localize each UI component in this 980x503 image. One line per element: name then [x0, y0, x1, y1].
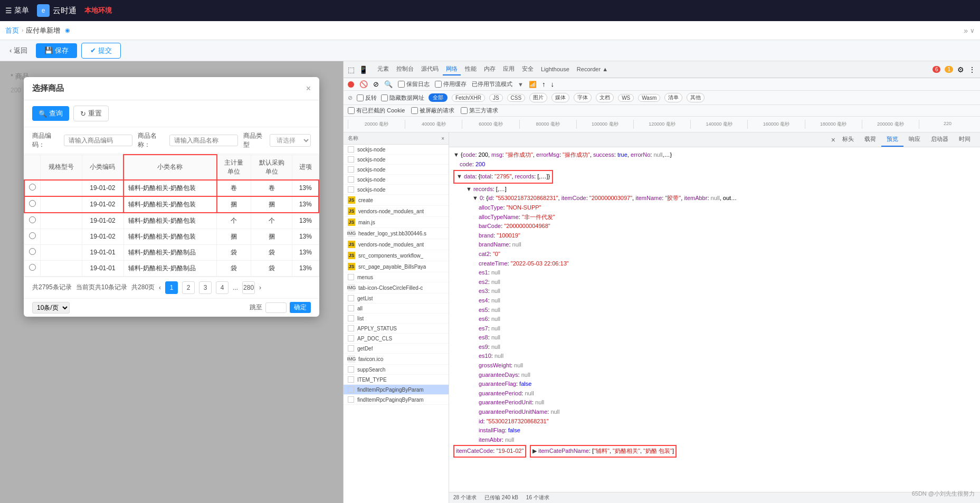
tab-sources[interactable]: 源代码 [418, 63, 442, 75]
tab-payload[interactable]: 载荷 [859, 132, 881, 147]
cell-radio[interactable] [24, 244, 41, 260]
stop-recording-btn[interactable] [348, 81, 354, 88]
list-item[interactable]: getList [344, 293, 449, 303]
list-item[interactable]: sockjs-node [344, 155, 449, 165]
list-item[interactable]: list [344, 314, 449, 324]
tab-application[interactable]: 应用 [500, 63, 518, 75]
blocked-cookie-checkbox[interactable] [348, 107, 355, 114]
list-item[interactable]: IMG favicon.ico [344, 354, 449, 365]
next-page-btn[interactable]: › [259, 284, 261, 291]
tab-network[interactable]: 网络 [443, 63, 461, 75]
device-icon[interactable]: 📱 [359, 65, 368, 74]
home-link[interactable]: 首页 [5, 26, 19, 35]
goto-confirm-btn[interactable]: 确定 [290, 302, 311, 313]
goto-input[interactable] [265, 302, 287, 313]
list-item[interactable]: JS create [344, 195, 449, 206]
table-row[interactable]: 19-01-02 辅料-奶酪相关-奶酪包装 捆 捆 13% [24, 196, 319, 213]
item-checkbox[interactable] [348, 345, 354, 352]
preserve-log-checkbox[interactable] [398, 81, 405, 88]
page-2-btn[interactable]: 2 [182, 281, 195, 294]
page-1-btn[interactable]: 1 [165, 281, 178, 294]
ws-btn[interactable]: WS [618, 94, 634, 102]
modal-close-button[interactable]: × [306, 84, 311, 93]
list-item[interactable]: APPLY_STATUS [344, 324, 449, 334]
list-item[interactable]: JS src_components_workflow_ [344, 250, 449, 261]
product-name-input[interactable] [169, 135, 238, 146]
save-button[interactable]: 💾 保存 [36, 43, 77, 58]
item-checkbox[interactable] [348, 386, 354, 393]
item-checkbox[interactable] [348, 335, 354, 341]
tab-timing[interactable]: 时间 [954, 132, 976, 147]
filter-icon[interactable]: ⊘ [373, 80, 379, 88]
img-btn[interactable]: 图片 [529, 93, 547, 102]
tab-lighthouse[interactable]: Lighthouse [538, 64, 573, 75]
tab-headers[interactable]: 标头 [837, 132, 859, 147]
expand-pathname[interactable]: ▶ [532, 448, 537, 454]
tab-memory[interactable]: 内存 [481, 63, 499, 75]
third-party-checkbox[interactable] [461, 107, 468, 114]
settings-icon[interactable]: ⚙ [957, 65, 964, 74]
list-item[interactable]: getDef [344, 344, 449, 354]
tab-initiator[interactable]: 启动器 [926, 132, 954, 147]
list-item[interactable]: JS src_page_payable_BillsPaya [344, 261, 449, 272]
list-item[interactable]: suppSearch [344, 365, 449, 375]
css-btn[interactable]: CSS [507, 94, 526, 102]
tab-preview[interactable]: 预览 [881, 132, 903, 147]
list-item[interactable]: all [344, 303, 449, 314]
product-type-select[interactable]: 请选择 [270, 134, 311, 147]
cell-radio[interactable] [24, 196, 41, 213]
tab-recorder[interactable]: Recorder ▲ [574, 64, 611, 75]
cell-radio[interactable] [24, 260, 41, 276]
media-btn[interactable]: 媒体 [551, 93, 569, 102]
list-item[interactable]: findItemRpcPaginqByParam [344, 395, 449, 405]
list-item[interactable]: AP_DOC_CLS [344, 334, 449, 344]
page-4-btn[interactable]: 4 [216, 281, 229, 294]
list-item[interactable]: sockjs-node [344, 165, 449, 175]
menu-button[interactable]: ☰ 菜单 [5, 6, 29, 15]
list-item[interactable]: findItemRpcPagingByParam [344, 385, 449, 395]
invert-checkbox[interactable] [357, 94, 364, 101]
tab-performance[interactable]: 性能 [462, 63, 480, 75]
other-btn[interactable]: 其他 [687, 93, 705, 102]
js-btn[interactable]: JS [489, 94, 503, 102]
item-checkbox[interactable] [348, 176, 354, 183]
search-icon[interactable]: 🔍 [384, 80, 393, 88]
tab-console[interactable]: 控制台 [393, 63, 417, 75]
expand-data[interactable]: ▼ [456, 173, 462, 179]
export-icon[interactable]: ↓ [550, 80, 554, 88]
hide-data-url-checkbox[interactable] [381, 94, 388, 101]
submit-button[interactable]: ✔ 提交 [81, 43, 121, 59]
wasm-btn[interactable]: Wasm [638, 94, 660, 102]
list-item[interactable]: JS vendors-node_modules_ant [344, 206, 449, 217]
item-checkbox[interactable] [348, 315, 354, 321]
list-item[interactable]: sockjs-node [344, 185, 449, 195]
expand-record0[interactable]: ▼ [472, 195, 478, 201]
manifest-btn[interactable]: 清单 [664, 93, 682, 102]
item-checkbox[interactable] [348, 146, 354, 153]
more-options-icon[interactable]: ⋮ [968, 65, 976, 74]
query-button[interactable]: 🔍 查询 [32, 106, 69, 121]
item-checkbox[interactable] [348, 396, 354, 403]
item-checkbox[interactable] [348, 305, 354, 311]
expand-root[interactable]: ▼ [453, 151, 459, 158]
import-icon[interactable]: ↑ [542, 80, 546, 88]
back-button[interactable]: ‹ 返回 [5, 44, 32, 58]
item-checkbox[interactable] [348, 274, 354, 280]
list-item[interactable]: IMG tab-icon-CloseCircleFilled-c [344, 282, 449, 293]
table-row[interactable]: 19-01-01 辅料-奶酪相关-奶酪制品 袋 袋 13% [24, 244, 319, 260]
page-size-select[interactable]: 10条/页 [32, 302, 70, 314]
blocked-requests-checkbox[interactable] [411, 107, 418, 114]
list-item[interactable]: menus [344, 272, 449, 282]
page-280-btn[interactable]: 280 [242, 281, 255, 294]
detail-close-btn[interactable]: × [830, 134, 837, 146]
disable-cache-checkbox[interactable] [435, 81, 442, 88]
stream-dropdown-icon[interactable]: ▼ [518, 81, 524, 88]
item-checkbox[interactable] [348, 156, 354, 163]
all-filter-btn[interactable]: 全部 [429, 93, 448, 102]
list-item[interactable]: sockjs-node [344, 175, 449, 185]
inspect-icon[interactable]: ⬚ [348, 65, 355, 74]
tab-security[interactable]: 安全 [519, 63, 537, 75]
table-row[interactable]: 19-01-01 辅料-奶酪相关-奶酪制品 袋 袋 13% [24, 260, 319, 276]
page-3-btn[interactable]: 3 [199, 281, 212, 294]
font-btn[interactable]: 字体 [574, 93, 592, 102]
